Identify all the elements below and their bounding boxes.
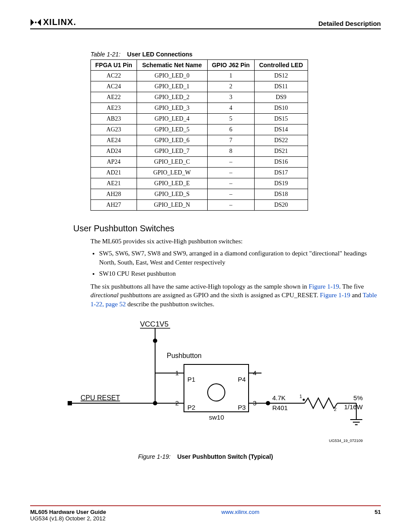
- svg-point-20: [266, 401, 270, 405]
- table-cell: AE23: [91, 103, 137, 114]
- table-cell: DS16: [254, 157, 308, 168]
- table-cell: AB23: [91, 114, 137, 124]
- link-figure-1-19-b[interactable]: Figure 1-19: [320, 292, 350, 299]
- table-row: AG23GPIO_LED_56DS14: [91, 124, 308, 135]
- fig-vcc-label: VCC1V5: [140, 320, 168, 328]
- table-cell: –: [207, 200, 254, 211]
- section-heading: User Pushbutton Switches: [73, 224, 381, 233]
- table-cell: DS15: [254, 114, 308, 124]
- table-cell: –: [207, 178, 254, 189]
- footer-page-number: 51: [375, 509, 381, 522]
- description-paragraph: The six pushbuttons all have the same ac…: [90, 282, 381, 308]
- fig-r-ref: R401: [272, 404, 288, 411]
- table-cell: DS10: [254, 103, 308, 114]
- brand-logo: XILINX.: [30, 17, 76, 27]
- table-row: AC22GPIO_LED_01DS12: [91, 71, 308, 81]
- table-cell: AP24: [91, 157, 137, 168]
- table-cell: DS12: [254, 71, 308, 81]
- table-row: AH28GPIO_LED_S–DS18: [91, 189, 308, 200]
- figure-1-19: VCC1V5 CPU RESET Pushbutton: [30, 317, 381, 460]
- table-cell: GPIO_LED_N: [137, 200, 207, 211]
- fig-code: UG534_19_072109: [329, 439, 363, 443]
- table-cell: DS18: [254, 189, 308, 200]
- svg-text:P3: P3: [238, 404, 246, 411]
- table-row: AE23GPIO_LED_34DS10: [91, 103, 308, 114]
- svg-text:1: 1: [175, 369, 179, 376]
- table-cell: DS20: [254, 200, 308, 211]
- table-header: GPIO J62 Pin: [207, 60, 254, 71]
- table-cell: 6: [207, 124, 254, 135]
- table-row: AP24GPIO_LED_C–DS16: [91, 157, 308, 168]
- table-cell: 1: [207, 71, 254, 81]
- svg-text:2: 2: [334, 407, 336, 412]
- svg-text:2: 2: [175, 399, 179, 407]
- fig-sw-label: sw10: [209, 414, 224, 421]
- svg-point-21: [303, 398, 305, 401]
- table-caption: Table 1-21: User LED Connections: [90, 51, 381, 58]
- table-cell: AE22: [91, 92, 137, 103]
- table-cell: GPIO_LED_E: [137, 178, 207, 189]
- table-cell: AC24: [91, 81, 137, 92]
- table-cell: DS22: [254, 135, 308, 146]
- svg-point-9: [208, 384, 225, 401]
- footer-url[interactable]: www.xilinx.com: [221, 509, 259, 522]
- fig-power: 1/16W: [344, 403, 363, 411]
- table-cell: GPIO_LED_3: [137, 103, 207, 114]
- table-cell: DS9: [254, 92, 308, 103]
- svg-text:1: 1: [299, 394, 302, 399]
- page-footer: ML605 Hardware User Guide UG534 (v1.8) O…: [30, 505, 381, 522]
- table-cell: DS14: [254, 124, 308, 135]
- led-connections-table: FPGA U1 PinSchematic Net NameGPIO J62 Pi…: [90, 59, 308, 211]
- table-row: AD24GPIO_LED_78DS21: [91, 146, 308, 157]
- svg-point-0: [35, 22, 37, 23]
- table-cell: GPIO_LED_C: [137, 157, 207, 168]
- table-cell: AC22: [91, 71, 137, 81]
- table-cell: 3: [207, 92, 254, 103]
- table-row: AB23GPIO_LED_45DS15: [91, 114, 308, 124]
- table-cell: GPIO_LED_5: [137, 124, 207, 135]
- table-cell: 2: [207, 81, 254, 92]
- table-row: AE21GPIO_LED_E–DS19: [91, 178, 308, 189]
- table-row: AE24GPIO_LED_67DS22: [91, 135, 308, 146]
- figure-caption: Figure 1-19: User Pushbutton Switch (Typ…: [30, 453, 381, 460]
- table-header: Schematic Net Name: [137, 60, 207, 71]
- table-header: FPGA U1 Pin: [91, 60, 137, 71]
- table-row: AE22GPIO_LED_23DS9: [91, 92, 308, 103]
- table-cell: –: [207, 157, 254, 168]
- svg-rect-7: [68, 401, 72, 405]
- table-cell: DS21: [254, 146, 308, 157]
- table-cell: –: [207, 189, 254, 200]
- table-cell: AE21: [91, 178, 137, 189]
- header-section: Detailed Description: [318, 20, 381, 27]
- table-cell: GPIO_LED_7: [137, 146, 207, 157]
- table-cell: –: [207, 168, 254, 178]
- table-cell: DS17: [254, 168, 308, 178]
- page-header: XILINX. Detailed Description: [30, 17, 381, 29]
- table-cell: GPIO_LED_1: [137, 81, 207, 92]
- table-cell: AG23: [91, 124, 137, 135]
- table-cell: GPIO_LED_0: [137, 71, 207, 81]
- link-figure-1-19[interactable]: Figure 1-19: [309, 283, 339, 290]
- list-item: SW10 CPU Reset pushbutton: [99, 269, 381, 278]
- bullet-list: SW5, SW6, SW7, SW8 and SW9, arranged in …: [90, 249, 381, 278]
- table-cell: 5: [207, 114, 254, 124]
- table-cell: AH28: [91, 189, 137, 200]
- table-cell: AD24: [91, 146, 137, 157]
- brand-text: XILINX: [43, 17, 73, 27]
- svg-text:P2: P2: [187, 404, 195, 411]
- table-cell: GPIO_LED_S: [137, 189, 207, 200]
- table-cell: GPIO_LED_4: [137, 114, 207, 124]
- table-cell: 7: [207, 135, 254, 146]
- table-row: AD21GPIO_LED_W–DS17: [91, 168, 308, 178]
- svg-text:P4: P4: [238, 376, 246, 383]
- table-cell: AD21: [91, 168, 137, 178]
- table-caption-title: User LED Connections: [127, 51, 193, 58]
- table-cell: GPIO_LED_W: [137, 168, 207, 178]
- footer-doc-title: ML605 Hardware User Guide: [30, 509, 106, 515]
- footer-doc-sub: UG534 (v1.8) October 2, 2012: [30, 515, 106, 522]
- fig-tolerance: 5%: [353, 394, 363, 401]
- intro-paragraph: The ML605 provides six active-High pushb…: [90, 237, 381, 246]
- table-row: AH27GPIO_LED_N–DS20: [91, 200, 308, 211]
- table-header: Controlled LED: [254, 60, 308, 71]
- fig-r-value: 4.7K: [272, 394, 286, 401]
